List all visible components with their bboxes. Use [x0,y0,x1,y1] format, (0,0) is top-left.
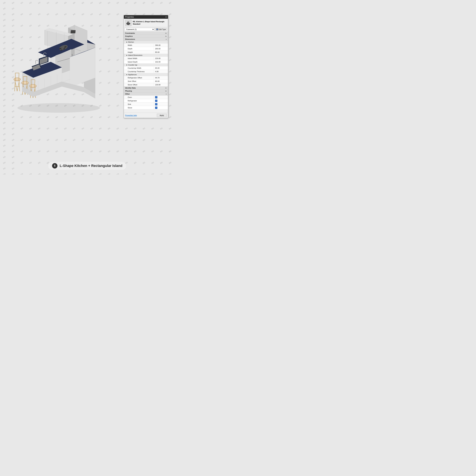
kitchen-visualization [6,10,111,121]
identity-data-section[interactable]: Identity Data ≫ [124,87,168,89]
phasing-section[interactable]: Phasing ≫ [124,89,168,92]
caption-number: 5 [52,163,57,169]
refrigerator-offset-value[interactable]: 44.70 [154,76,168,79]
island-dimensions-subsection[interactable]: ▶ Island Dimensions [124,54,168,57]
height-value[interactable]: 85.00 [154,51,168,53]
countertop-width-row: Countertop Width 65.00 [124,66,168,70]
other-section[interactable]: Other ∧ [124,92,168,95]
stove-row: Stove [124,106,168,109]
panel-selector: Casework (1) Edit Type [124,27,168,32]
island-arrow: ▶ [126,54,128,56]
panel-header: RD_Kitchen L-Shape Island Rectangle Stan… [124,19,168,27]
oven-checkbox-cell [154,96,168,99]
depth-value[interactable]: 269.00 [154,47,168,50]
countertop-thickness-row: Countertop Thickness 4.00 [124,70,168,73]
sink-offset-value[interactable]: 60.00 [154,80,168,83]
oven-row: Oven [124,95,168,99]
stove-offset-row: Stove Offset 130.00 [124,83,168,87]
component-name: RD_Kitchen L-Shape Island Rectangle Stan… [133,20,167,25]
stove-offset-label: Stove Offset [124,84,154,86]
depth-row: Depth 269.00 [124,47,168,51]
dimensions-section[interactable]: Dimensions ∧ [124,38,168,41]
svg-point-45 [14,78,20,80]
refrigerator-offset-row: Refrigerator Offset 44.70 [124,76,168,79]
other-label: Other [125,93,130,95]
sink-offset-label: Sink Offset [124,80,154,83]
svg-rect-11 [70,30,76,33]
kitchen-label: Kitchen [128,41,134,43]
identity-data-label: Identity Data [125,87,136,89]
sink-label: Sink [124,103,154,106]
island-depth-row: Island Depth 102.00 [124,60,168,64]
graphics-collapse-icon: ≫ [165,35,167,37]
identity-collapse-icon: ≫ [165,87,167,89]
island-width-value[interactable]: 229.00 [154,57,168,60]
panel-footer: Properties help Apply [124,113,168,118]
countertop-thickness-value[interactable]: 4.00 [154,70,168,73]
appliances-label: Appliances [128,74,137,75]
width-value[interactable]: 396.00 [154,44,168,47]
refrigerator-checkbox-cell [154,99,168,102]
svg-point-55 [22,81,28,84]
main-content: Properties × RD_Kitchen L-Shape Island R… [0,0,174,175]
width-label: Width [124,44,154,47]
graphics-section[interactable]: Graphics ≫ [124,35,168,38]
constraints-label: Constraints [125,32,135,34]
constraints-section[interactable]: Constraints ≫ [124,32,168,35]
countertop-label: Counter top [128,64,137,66]
island-dimensions-label: Island Dimensions [128,54,142,56]
stove-label: Stove [124,106,154,109]
appliances-arrow: ▶ [126,74,128,75]
edit-type-button[interactable]: Edit Type [155,28,167,31]
svg-rect-83 [157,29,158,30]
graphics-label: Graphics [125,35,133,37]
edit-type-label: Edit Type [159,28,166,30]
phasing-collapse-icon: ≫ [165,90,167,92]
appliances-subsection[interactable]: ▶ Appliances [124,73,168,76]
width-row: Width 396.00 [124,43,168,47]
caption-text: L-Shape Kitchen + Rectangular Island [60,164,122,168]
casework-dropdown[interactable]: Casework (1) [125,28,154,31]
panel-spacer [124,109,168,113]
sink-checkbox[interactable] [155,103,157,105]
svg-point-65 [30,85,36,87]
panel-title: Properties [125,16,134,18]
stove-checkbox-cell [154,106,168,109]
svg-line-49 [17,81,19,91]
dimensions-collapse-icon: ∧ [166,38,167,40]
svg-point-0 [17,103,100,113]
sink-row: Sink [124,103,168,106]
close-button[interactable]: × [165,16,167,18]
bottom-caption: 5 L-Shape Kitchen + Rectangular Island [48,162,126,170]
countertop-thickness-label: Countertop Thickness [124,70,154,73]
oven-label: Oven [124,96,154,99]
kitchen-subsection[interactable]: ▶ Kitchen [124,41,168,43]
constraints-collapse-icon: ≫ [165,32,167,34]
refrigerator-row: Refrigerator [124,99,168,103]
properties-help-link[interactable]: Properties help [125,114,156,116]
depth-label: Depth [124,47,154,50]
panel-titlebar: Properties × [124,15,168,19]
dimensions-label: Dimensions [125,38,135,40]
oven-checkbox[interactable] [155,96,157,98]
island-depth-value[interactable]: 102.00 [154,61,168,63]
other-collapse-icon: ∧ [166,93,167,95]
refrigerator-label: Refrigerator [124,100,154,102]
refrigerator-offset-label: Refrigerator Offset [124,76,154,79]
sink-checkbox-cell [154,103,168,106]
countertop-width-value[interactable]: 65.00 [154,67,168,69]
kitchen-arrow: ▶ [126,41,128,43]
stove-checkbox[interactable] [155,107,157,109]
svg-line-48 [15,81,17,91]
countertop-subsection[interactable]: ▶ Counter top [124,64,168,66]
height-row: Height 85.00 [124,51,168,54]
countertop-width-label: Countertop Width [124,67,154,69]
stove-offset-value[interactable]: 130.00 [154,84,168,86]
properties-panel: Properties × RD_Kitchen L-Shape Island R… [124,15,168,118]
sink-offset-row: Sink Offset 60.00 [124,79,168,83]
island-width-label: Island Width [124,57,154,60]
countertop-arrow: ▶ [126,64,128,66]
apply-button[interactable]: Apply [157,114,167,117]
refrigerator-checkbox[interactable] [155,100,157,102]
island-width-row: Island Width 229.00 [124,57,168,60]
